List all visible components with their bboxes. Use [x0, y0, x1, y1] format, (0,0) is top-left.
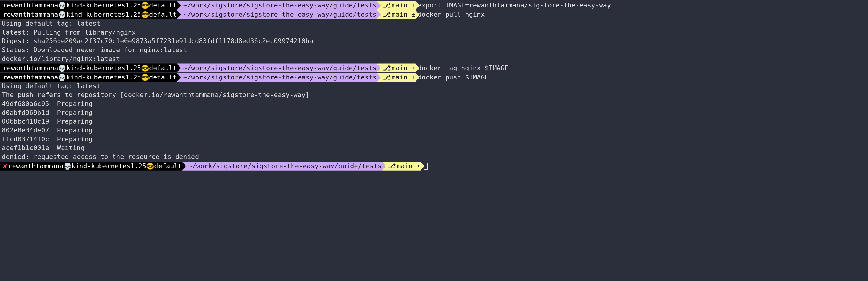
- cwd: ~/work/sigstore/sigstore-the-easy-way/gu…: [183, 1, 377, 10]
- command[interactable]: docker push $IMAGE: [415, 73, 493, 82]
- branch-segment: ⎇main ±: [377, 63, 420, 72]
- host-segment: rewanthtammana💀kind-kubernetes1.25😎defau…: [0, 10, 181, 19]
- prompt: rewanthtammana💀kind-kubernetes1.25😎defau…: [0, 10, 489, 19]
- user: rewanthtammana: [3, 73, 58, 82]
- namespace: default: [149, 10, 177, 19]
- user: rewanthtammana: [3, 10, 58, 19]
- user: rewanthtammana: [3, 1, 58, 10]
- command[interactable]: export IMAGE=rewanthtammana/sigstore-the…: [415, 1, 615, 10]
- user: rewanthtammana: [8, 162, 63, 170]
- sunglasses-icon: 😎: [141, 64, 149, 73]
- host-segment: rewanthtammana💀kind-kubernetes1.25😎defau…: [0, 73, 181, 82]
- dirty-flag: ±: [411, 64, 415, 73]
- branch-name: main: [392, 64, 407, 73]
- dirty-flag: ±: [416, 162, 420, 170]
- cluster: kind-kubernetes1.25: [66, 1, 141, 10]
- error-status-icon: ✘: [3, 162, 8, 170]
- dirty-flag: ±: [411, 73, 415, 82]
- branch-icon: ⎇: [383, 73, 392, 82]
- branch-name: main: [392, 10, 407, 19]
- prompt: rewanthtammana💀kind-kubernetes1.25😎defau…: [0, 73, 493, 82]
- cluster: kind-kubernetes1.25: [66, 73, 141, 82]
- skull-icon: 💀: [58, 73, 66, 82]
- branch-icon: ⎇: [383, 10, 392, 19]
- host-segment: ✘rewanthtammana💀kind-kubernetes1.25😎defa…: [0, 162, 186, 170]
- branch-segment: ⎇main ±: [377, 73, 420, 82]
- output-line: Status: Downloaded newer image for nginx…: [0, 45, 868, 55]
- cwd: ~/work/sigstore/sigstore-the-easy-way/gu…: [183, 10, 377, 19]
- dirty-flag: ±: [411, 1, 415, 10]
- output-line: acef1b1c001e: Waiting: [0, 144, 868, 152]
- output-line: f1cd03714f0c: Preparing: [0, 135, 868, 144]
- namespace: default: [154, 162, 182, 170]
- branch-name: main: [392, 1, 407, 10]
- output-line: 49df680a6c95: Preparing: [0, 99, 868, 108]
- cluster: kind-kubernetes1.25: [71, 162, 147, 170]
- branch-segment: ⎇main ±: [377, 1, 420, 10]
- prompt-line: rewanthtammana💀kind-kubernetes1.25😎defau…: [0, 63, 868, 72]
- branch-segment: ⎇main ±: [382, 162, 425, 170]
- namespace: default: [149, 73, 177, 82]
- skull-icon: 💀: [58, 64, 66, 73]
- namespace: default: [149, 1, 177, 10]
- command[interactable]: docker pull nginx: [415, 10, 489, 19]
- branch-name: main: [397, 162, 412, 170]
- sunglasses-icon: 😎: [141, 73, 149, 82]
- output-line: The push refers to repository [docker.io…: [0, 91, 868, 99]
- prompt-line: ✘rewanthtammana💀kind-kubernetes1.25😎defa…: [0, 161, 868, 170]
- sunglasses-icon: 😎: [141, 10, 149, 19]
- skull-icon: 💀: [63, 162, 71, 171]
- branch-icon: ⎇: [383, 64, 392, 73]
- host-segment: rewanthtammana💀kind-kubernetes1.25😎defau…: [0, 63, 181, 72]
- cwd: ~/work/sigstore/sigstore-the-easy-way/gu…: [183, 64, 377, 73]
- output-line: Digest: sha256:e209ac2f37c70c1e0e9873a5f…: [0, 37, 868, 45]
- branch-icon: ⎇: [383, 1, 392, 10]
- prompt: ✘rewanthtammana💀kind-kubernetes1.25😎defa…: [0, 162, 432, 170]
- host-segment: rewanthtammana💀kind-kubernetes1.25😎defau…: [0, 1, 181, 10]
- output-line: Using default tag: latest: [0, 82, 868, 91]
- dirty-flag: ±: [411, 10, 415, 19]
- terminal[interactable]: rewanthtammana💀kind-kubernetes1.25😎defau…: [0, 0, 868, 172]
- cluster: kind-kubernetes1.25: [66, 10, 141, 19]
- user: rewanthtammana: [3, 64, 58, 73]
- prompt-line: rewanthtammana💀kind-kubernetes1.25😎defau…: [0, 72, 868, 82]
- output-line: d0abfd969b1d: Preparing: [0, 108, 868, 117]
- output-line: Using default tag: latest: [0, 19, 868, 28]
- skull-icon: 💀: [58, 1, 66, 10]
- cwd: ~/work/sigstore/sigstore-the-easy-way/gu…: [183, 73, 377, 82]
- branch-icon: ⎇: [388, 162, 397, 170]
- cluster: kind-kubernetes1.25: [66, 64, 141, 73]
- output-line: docker.io/library/nginx:latest: [0, 55, 868, 63]
- prompt-line: rewanthtammana💀kind-kubernetes1.25😎defau…: [0, 10, 868, 19]
- cwd-segment: ~/work/sigstore/sigstore-the-easy-way/gu…: [182, 162, 386, 170]
- output-line: 006bbc418c19: Preparing: [0, 117, 868, 126]
- cwd-segment: ~/work/sigstore/sigstore-the-easy-way/gu…: [177, 10, 381, 19]
- sunglasses-icon: 😎: [146, 162, 154, 171]
- branch-name: main: [392, 73, 407, 82]
- sunglasses-icon: 😎: [141, 1, 149, 10]
- output-line: latest: Pulling from library/nginx: [0, 28, 868, 37]
- output-line: denied: requested access to the resource…: [0, 152, 868, 161]
- cwd-segment: ~/work/sigstore/sigstore-the-easy-way/gu…: [177, 1, 381, 10]
- prompt: rewanthtammana💀kind-kubernetes1.25😎defau…: [0, 63, 513, 72]
- cwd-segment: ~/work/sigstore/sigstore-the-easy-way/gu…: [177, 73, 381, 82]
- cwd-segment: ~/work/sigstore/sigstore-the-easy-way/gu…: [177, 63, 381, 72]
- branch-segment: ⎇main ±: [377, 10, 420, 19]
- command[interactable]: docker tag nginx $IMAGE: [415, 63, 513, 72]
- prompt-line: rewanthtammana💀kind-kubernetes1.25😎defau…: [0, 1, 868, 10]
- namespace: default: [149, 64, 177, 73]
- skull-icon: 💀: [58, 10, 66, 19]
- prompt: rewanthtammana💀kind-kubernetes1.25😎defau…: [0, 1, 615, 10]
- output-line: 802e8e34de07: Preparing: [0, 126, 868, 135]
- cwd: ~/work/sigstore/sigstore-the-easy-way/gu…: [188, 162, 382, 170]
